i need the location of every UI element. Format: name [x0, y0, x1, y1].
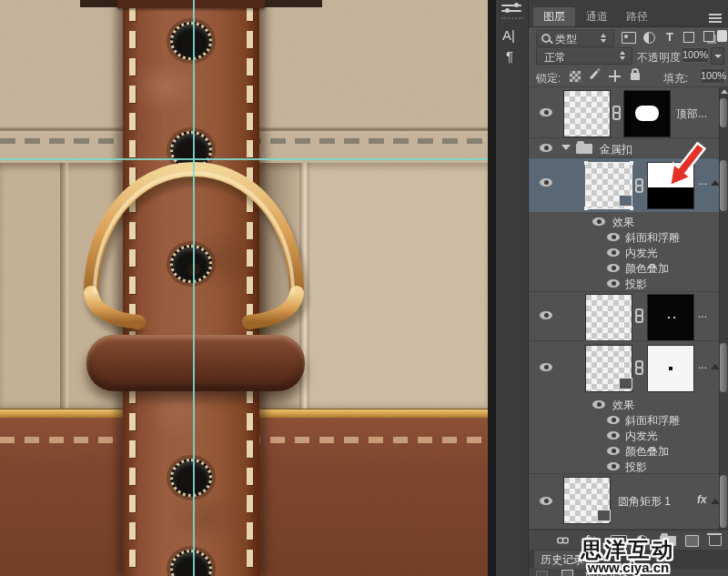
lock-transparency-icon[interactable]: [569, 70, 581, 83]
divider: [529, 137, 719, 138]
layer-visibility-eye[interactable]: [540, 311, 552, 319]
effect-eye[interactable]: [607, 416, 620, 424]
opacity-label: 不透明度:: [637, 50, 683, 66]
layer-thumbnail[interactable]: [585, 294, 632, 341]
filter-adjustment-icon[interactable]: [643, 32, 655, 44]
document-canvas[interactable]: [0, 0, 488, 576]
divider: [529, 473, 719, 474]
divider: [529, 291, 719, 292]
layers-panel: 图层 通道 路径 类型 T 正常 不透明度: 100% 锁定: 填充:: [529, 0, 728, 576]
fabric-noise-texture: [0, 0, 488, 576]
panel-menu-icon[interactable]: [709, 13, 722, 22]
opacity-dropdown-arrow[interactable]: [711, 47, 724, 65]
scrollbar-thumb[interactable]: [720, 160, 727, 211]
tab-channels[interactable]: 通道: [577, 7, 617, 26]
character-panel-icon[interactable]: A|: [502, 27, 515, 43]
paragraph-panel-icon[interactable]: ¶: [506, 48, 513, 64]
effects-visibility-eye[interactable]: [592, 400, 605, 409]
filter-kind-dropdown[interactable]: 类型: [536, 30, 614, 46]
scrollbar-up-arrow[interactable]: [721, 89, 728, 94]
layer-mask-thumbnail[interactable]: [647, 345, 694, 392]
filter-smart-object-icon[interactable]: [703, 31, 714, 42]
lock-position-icon[interactable]: [609, 70, 621, 82]
fill-label: 填充:: [663, 71, 688, 86]
vector-mask-badge: [619, 378, 632, 389]
lock-all-icon[interactable]: [631, 73, 640, 80]
effects-header[interactable]: 效果: [612, 215, 634, 230]
scrollbar-thumb[interactable]: [720, 475, 727, 528]
lock-pixels-icon[interactable]: [590, 70, 599, 79]
panel-tab-bar: 图层 通道 路径: [529, 7, 728, 27]
mask-dot: [673, 317, 675, 318]
dock-drag-handle[interactable]: [501, 17, 523, 19]
effect-inner-glow[interactable]: 内发光: [625, 246, 658, 261]
group-folder-icon: [576, 144, 592, 154]
lock-label: 锁定:: [536, 71, 561, 86]
horizontal-guide: [0, 158, 488, 160]
layer-visibility-eye[interactable]: [540, 497, 552, 505]
filter-type-icon[interactable]: T: [666, 30, 673, 44]
effect-eye[interactable]: [607, 447, 620, 455]
watermark: 思洋互动 www.ciya.cn: [535, 540, 722, 574]
effect-eye[interactable]: [607, 248, 620, 257]
mask-link-icon[interactable]: [635, 360, 643, 375]
layer-visibility-eye[interactable]: [540, 363, 552, 371]
group-expand-arrow[interactable]: [561, 145, 571, 150]
blend-mode-value: 正常: [544, 50, 566, 66]
divider: [529, 340, 719, 341]
layer-fx-badge[interactable]: fx: [697, 493, 707, 506]
scrollbar-thumb[interactable]: [720, 343, 727, 392]
layer-mask-thumbnail[interactable]: [623, 90, 671, 137]
panel-top-strip: [529, 0, 728, 7]
group-name[interactable]: 金属扣: [600, 142, 632, 157]
vector-mask-badge: [597, 510, 611, 521]
effect-inner-glow[interactable]: 内发光: [625, 429, 658, 444]
effect-eye[interactable]: [607, 462, 620, 470]
vertical-guide: [193, 0, 195, 576]
tab-paths[interactable]: 路径: [617, 7, 657, 26]
mask-link-icon[interactable]: [635, 308, 643, 323]
tab-layers[interactable]: 图层: [533, 7, 575, 26]
panel-dock: [496, 0, 529, 576]
effect-drop-shadow[interactable]: 投影: [625, 277, 647, 292]
mask-shape: [635, 106, 659, 121]
layer-visibility-eye[interactable]: [540, 178, 552, 187]
divider: [529, 86, 728, 87]
filter-kind-label: 类型: [555, 32, 577, 47]
layer-mask-thumbnail[interactable]: [647, 294, 694, 341]
photoshop-window: A| ¶ 图层 通道 路径 类型 T 正常 不透明度: 100% 锁: [0, 0, 728, 576]
watermark-line1: 思洋互动: [535, 540, 722, 561]
layer-name[interactable]: 圆角矩形 1: [618, 494, 671, 510]
mask-link-icon[interactable]: [612, 106, 621, 120]
mask-link-icon[interactable]: [635, 178, 643, 193]
truncated-label: ...: [698, 308, 707, 320]
layer-visibility-eye[interactable]: [540, 108, 552, 116]
search-icon: [541, 34, 551, 43]
effect-color-overlay[interactable]: 颜色叠加: [625, 261, 669, 277]
vector-mask-badge: [619, 195, 632, 207]
filter-shape-icon[interactable]: [683, 32, 694, 43]
scrollbar-track[interactable]: [719, 87, 728, 530]
effect-color-overlay[interactable]: 颜色叠加: [625, 444, 669, 460]
effect-bevel-emboss[interactable]: 斜面和浮雕: [625, 413, 680, 429]
group-visibility-eye[interactable]: [540, 144, 552, 152]
effect-eye[interactable]: [607, 431, 620, 440]
effect-eye[interactable]: [607, 233, 620, 241]
scrollbar-thumb[interactable]: [720, 98, 727, 127]
effects-header[interactable]: 效果: [612, 398, 634, 413]
effect-bevel-emboss[interactable]: 斜面和浮雕: [625, 230, 680, 246]
red-annotation-arrow: [653, 142, 712, 198]
mask-dot: [668, 317, 670, 318]
effects-visibility-eye[interactable]: [592, 217, 605, 226]
effect-eye[interactable]: [607, 279, 620, 288]
effect-eye[interactable]: [607, 264, 620, 272]
fill-value[interactable]: 100%: [700, 68, 725, 84]
layer-name[interactable]: 顶部...: [676, 106, 707, 122]
mask-dot: [669, 367, 672, 370]
filter-toggle-button[interactable]: [717, 30, 727, 42]
opacity-value[interactable]: 100%: [682, 47, 709, 63]
filter-pixel-layers-icon[interactable]: [622, 32, 636, 44]
layer-thumbnail[interactable]: [563, 90, 611, 137]
blend-mode-dropdown[interactable]: 正常: [536, 47, 632, 65]
dock-sliders-icon[interactable]: [501, 3, 523, 14]
